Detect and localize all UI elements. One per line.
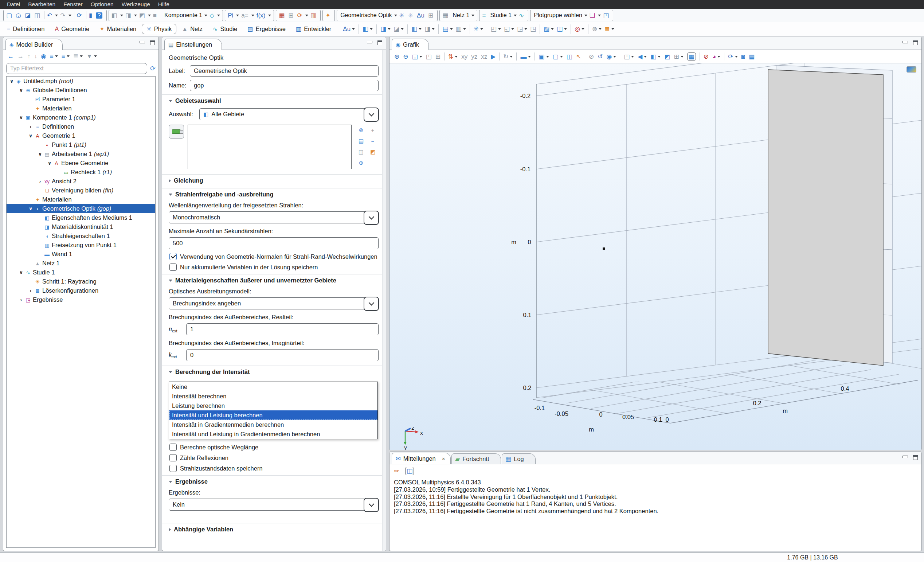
target-icon[interactable]: ◎ <box>574 26 584 32</box>
new-plot-window-button[interactable]: ◳ <box>603 12 610 19</box>
tab-materialien[interactable]: ✦Materialien <box>95 24 141 34</box>
rocket-icon[interactable]: ⊛ <box>592 26 602 32</box>
menu-item[interactable]: Hilfe <box>154 0 173 9</box>
move-down-button[interactable]: ↓ <box>34 53 38 59</box>
tab-entwickler[interactable]: ▥Entwickler <box>291 24 336 34</box>
point-pair-icon[interactable]: ▥ <box>456 26 466 32</box>
zoom-selection-button[interactable]: ◩ <box>370 149 375 155</box>
tab-netz[interactable]: ▲Netz <box>177 24 207 34</box>
node-display-button[interactable]: ≣ <box>73 53 83 59</box>
boundary-pair-icon[interactable]: ◪ <box>393 26 404 32</box>
combo-dropdown-button[interactable] <box>364 211 379 225</box>
view-xy-button[interactable]: xy <box>461 54 468 60</box>
menu-item[interactable]: Optionen <box>87 0 118 9</box>
graphics-canvas[interactable]: -0.2-0.100.10.2m-0.1-0.0500.050.1m00.20.… <box>390 63 921 450</box>
build-mesh-button[interactable]: ▥ <box>310 12 318 19</box>
functions-button[interactable]: f(x) <box>256 12 272 19</box>
snapshot-button[interactable]: ◙ <box>741 54 745 60</box>
window-ribbon-icon[interactable]: ◫ <box>557 26 567 32</box>
compute-button[interactable]: = <box>482 12 487 19</box>
dropdown-option[interactable]: Intensität und Leistung berechnen <box>169 410 378 420</box>
collapse-all-button[interactable]: ≡ <box>62 53 70 59</box>
tab-geometrie[interactable]: AGeometrie <box>50 24 94 34</box>
parameters-button[interactable]: Pi <box>228 12 239 19</box>
tree-expander-icon[interactable]: ∨ <box>46 160 52 166</box>
zoom-out-button[interactable]: ⊖ <box>403 54 408 60</box>
dropdown-option[interactable]: Intensität berechnen <box>169 391 378 401</box>
layers-icon[interactable]: ≣ <box>604 26 614 32</box>
tree-expander-icon[interactable]: ∨ <box>37 151 43 157</box>
node-schritt-1-raytracing[interactable]: ☀ Schritt 1: Raytracing <box>6 277 155 286</box>
open-messages-window-button[interactable]: ◫ <box>405 467 414 475</box>
remove-selection-button[interactable]: − <box>371 138 375 144</box>
hide-objects-button[interactable]: ⊘ <box>589 54 594 60</box>
attribute-icon[interactable]: ◱ <box>504 26 514 32</box>
dropdown-option[interactable]: Intensität in Gradientenmedien berechnen <box>169 420 378 429</box>
section-gebietsauswahl[interactable]: Gebietsauswahl <box>162 95 386 105</box>
pair-button[interactable]: ⊞ <box>428 12 435 19</box>
orientation-cube-icon[interactable] <box>906 66 916 72</box>
tab-physik[interactable]: ✳Physik <box>142 24 176 34</box>
node-global-definitions[interactable]: ∨ ⊕ Globale Definitionen <box>6 86 155 95</box>
checkbox-icon[interactable] <box>170 443 177 451</box>
tree-expander-icon[interactable]: ∨ <box>9 78 15 84</box>
study-select[interactable]: Studie 1 <box>489 12 517 18</box>
node-ergebnisse[interactable]: › ◳ Ergebnisse <box>6 295 155 304</box>
plot-group-button[interactable]: ❏ <box>590 12 601 19</box>
node-freisetzung-von-punkt-1[interactable]: ▥ Freisetzung von Punkt 1 <box>6 240 155 249</box>
edge-pair-icon[interactable]: ◨ <box>424 26 435 32</box>
auxiliary-icon[interactable]: ◲ <box>517 26 527 32</box>
center-selection-button[interactable]: ⊕ <box>359 160 364 166</box>
tree-expander-icon[interactable]: › <box>18 297 24 302</box>
section-view-button[interactable]: ▶ <box>491 54 495 60</box>
scene-light-button[interactable]: ◀ <box>638 54 647 60</box>
node-punkt-1[interactable]: ▪ Punkt 1 (pt1) <box>6 140 155 149</box>
dropdown-option[interactable]: Leistung berechnen <box>169 401 378 410</box>
boundary-settings-button[interactable]: Δu <box>417 12 426 19</box>
max-secondary-field[interactable]: 500 <box>169 237 379 249</box>
refresh-filter-icon[interactable]: ⟳ <box>150 65 156 72</box>
view-yz-button[interactable]: yz <box>471 54 477 60</box>
model-manager-button[interactable]: ◶ <box>16 12 22 19</box>
domain-physics-icon[interactable]: ◧ <box>363 26 373 32</box>
global-condition-icon[interactable]: ◰ <box>491 26 501 32</box>
variables-button[interactable]: a= <box>241 12 254 19</box>
print-button[interactable]: ▤ <box>749 54 754 60</box>
tree-expander-icon[interactable]: ∨ <box>18 115 24 120</box>
minimize-panel-button[interactable] <box>903 455 908 458</box>
physics-select[interactable]: Geometrische Optik <box>340 12 397 18</box>
node-eigenschaften-mediums-1[interactable]: ◧ Eigenschaften des Mediums 1 <box>6 213 155 222</box>
add-study-menu[interactable]: ◨ <box>125 12 137 19</box>
add-multiphysics-button[interactable]: ✳ <box>408 12 415 19</box>
rotate-button[interactable]: ↻ <box>503 54 513 60</box>
node-geometrie-1[interactable]: ∨ A Geometrie 1 <box>6 131 155 140</box>
label-field[interactable]: Geometrische Optik <box>190 65 379 77</box>
section-gleichung[interactable]: Gleichung <box>162 174 386 185</box>
select-edges-button[interactable]: ◫ <box>567 54 572 60</box>
grid-button[interactable]: ▦ <box>687 53 696 61</box>
update-plot-button[interactable]: ⟳ <box>728 54 738 60</box>
k-ext-field[interactable]: 0 <box>186 349 379 361</box>
node-materialien-global[interactable]: ✦ Materialien <box>6 104 155 113</box>
build-all-button[interactable]: ▦ <box>279 12 286 19</box>
boundary-physics-icon[interactable]: ◨ <box>380 26 391 32</box>
tab-fortschritt[interactable]: ▰Fortschritt <box>452 454 501 464</box>
plot-settings-button[interactable]: ⊞ <box>674 54 684 60</box>
node-loeserkonfigurationen[interactable]: › ≣ Löserkonfigurationen <box>6 286 155 295</box>
combo-dropdown-button[interactable] <box>364 108 379 122</box>
node-materialdiskontinuitaet-1[interactable]: ◨ Materialdiskontinuität 1 <box>6 222 155 231</box>
visibility-button[interactable]: ◉ <box>606 54 616 60</box>
copy-selection-button[interactable]: ▤ <box>358 138 364 144</box>
add-component-menu[interactable]: ◧ <box>111 12 123 19</box>
delta-u-icon[interactable]: Δu <box>343 26 355 32</box>
tab-ergebnisse[interactable]: ▤Ergebnisse <box>243 24 290 34</box>
tree-expander-icon[interactable]: ∨ <box>18 270 24 275</box>
geometry-point[interactable] <box>603 248 605 250</box>
section-intensitaet[interactable]: Berechnung der Intensität <box>162 365 386 377</box>
multiphysics-icon[interactable]: ✳ <box>474 26 483 32</box>
checkbox-icon[interactable] <box>170 263 177 271</box>
select-boundaries-button[interactable]: ▢ <box>553 54 563 60</box>
dropdown-option[interactable]: Keine <box>169 382 378 391</box>
paste-selection-button[interactable]: ◫ <box>358 149 364 155</box>
import-button[interactable]: ⊞ <box>288 12 295 19</box>
